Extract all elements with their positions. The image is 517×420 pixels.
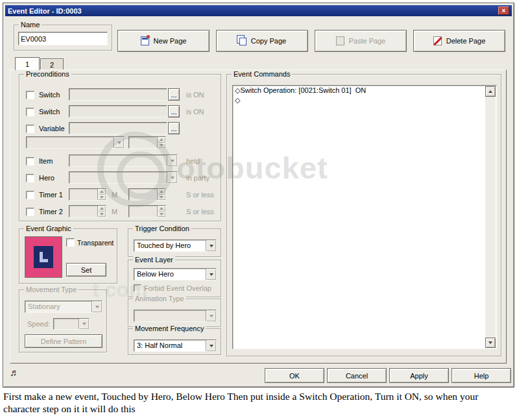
animation-type-dropdown <box>134 310 217 322</box>
transparent-label: Transparent <box>77 239 114 247</box>
timer1-seconds-up-button <box>157 189 165 195</box>
new-page-icon <box>141 36 149 45</box>
timer2-suffix: S or less <box>186 208 214 216</box>
apply-button-label: Apply <box>410 372 428 380</box>
timer2-checkbox[interactable] <box>26 208 34 216</box>
variable-browse-button[interactable]: ... <box>168 122 180 134</box>
variable-label: Variable <box>39 125 65 133</box>
name-group: Name <box>14 25 112 51</box>
hero-checkbox[interactable] <box>26 174 34 182</box>
new-page-button[interactable]: New Page <box>117 30 210 52</box>
timer1-minutes-down-button <box>97 195 106 201</box>
chevron-down-icon <box>160 144 163 147</box>
switch1-checkbox[interactable] <box>26 91 34 99</box>
trigger-condition-dropdown-button[interactable] <box>206 240 216 251</box>
timer2-minutes-down-button <box>97 212 106 217</box>
movement-frequency-group: Movement Frequency 3: Half Normal <box>128 328 221 355</box>
movement-type-value: Stationary <box>25 301 91 312</box>
hero-dropdown-button <box>167 172 177 183</box>
help-button-label: Help <box>474 372 489 380</box>
switch2-browse-button[interactable]: ... <box>168 105 180 117</box>
movement-frequency-value: 3: Half Normal <box>134 340 206 351</box>
chevron-up-icon <box>488 90 492 93</box>
name-group-label: Name <box>19 21 42 29</box>
chevron-down-icon <box>210 315 213 317</box>
speed-dropdown-button <box>78 319 89 329</box>
help-button[interactable]: Help <box>451 368 511 383</box>
music-note-icon[interactable]: ♬ <box>10 367 19 378</box>
switch1-suffix: is ON <box>186 91 204 99</box>
trigger-condition-group: Trigger Condition Touched by Hero <box>128 229 221 257</box>
delete-page-button[interactable]: Delete Page <box>413 30 505 52</box>
copy-page-button-label: Copy Page <box>251 37 286 45</box>
copy-page-button[interactable]: Copy Page <box>216 30 308 52</box>
screenshot-root: Event Editor - ID:0003 × Name New Page C… <box>0 0 517 420</box>
switch1-browse-button[interactable]: ... <box>168 88 180 101</box>
item-dropdown <box>69 154 178 167</box>
variable-amount-down-button <box>157 143 165 149</box>
event-layer-group: Event Layer Below Hero Forbid Event Over… <box>128 260 221 297</box>
chevron-up-icon <box>160 190 163 193</box>
event-commands-list[interactable]: ◇Switch Operation: [0021:Switch 01] ON ◇ <box>232 85 497 349</box>
timer1-checkbox[interactable] <box>26 191 34 199</box>
paste-page-button-label: Paste Page <box>349 37 386 45</box>
titlebar[interactable]: Event Editor - ID:0003 × <box>5 5 512 16</box>
timer2-minutes-value <box>69 206 97 217</box>
switch1-value-field <box>69 88 167 101</box>
event-graphic-group: Event Graphic Transparent Set <box>19 229 117 284</box>
chevron-up-icon <box>100 207 104 210</box>
movement-type-dropdown-button <box>91 301 102 312</box>
scroll-up-button[interactable] <box>485 86 496 97</box>
name-input[interactable] <box>18 32 108 45</box>
transparent-checkbox[interactable] <box>66 238 75 247</box>
ok-button[interactable]: OK <box>265 368 324 383</box>
speed-dropdown <box>53 318 90 330</box>
sprite-body <box>34 246 53 268</box>
paste-page-icon <box>336 36 344 45</box>
movement-frequency-group-label: Movement Frequency <box>133 325 206 333</box>
command-line[interactable]: ◇Switch Operation: [0021:Switch 01] ON <box>233 86 485 95</box>
timer2-minutes-up-button <box>97 206 106 212</box>
delete-page-icon <box>433 36 442 45</box>
chevron-up-icon <box>100 190 104 193</box>
timer1-suffix: S or less <box>186 191 214 199</box>
chevron-up-icon <box>160 138 163 141</box>
scroll-down-button[interactable] <box>485 338 496 348</box>
timer2-label: Timer 2 <box>39 208 63 216</box>
switch2-suffix: is ON <box>186 108 204 116</box>
trigger-condition-dropdown[interactable]: Touched by Hero <box>134 240 217 252</box>
forbid-event-overlap-checkbox <box>134 284 141 292</box>
command-line[interactable]: ◇ <box>233 95 485 105</box>
close-button[interactable]: × <box>498 6 509 15</box>
scrollbar[interactable] <box>485 86 496 348</box>
switch1-label: Switch <box>39 91 60 99</box>
tab-page-2[interactable]: 2 <box>40 58 64 70</box>
tab-page-1[interactable]: 1 <box>15 57 40 70</box>
ok-button-label: OK <box>289 372 300 380</box>
forbid-event-overlap-label: Forbid Event Overlap <box>144 284 211 293</box>
movement-type-group: Movement Type Stationary Speed: Define P… <box>19 290 107 352</box>
movement-frequency-dropdown-button[interactable] <box>206 340 216 351</box>
cancel-button-label: Cancel <box>346 372 368 380</box>
item-suffix: held <box>186 157 200 166</box>
event-layer-dropdown-button[interactable] <box>206 269 216 280</box>
switch1-browse-label: ... <box>171 91 176 99</box>
define-pattern-button: Define Pattern <box>25 334 102 348</box>
cancel-button[interactable]: Cancel <box>327 368 387 383</box>
variable-value-field <box>69 122 167 134</box>
event-layer-dropdown[interactable]: Below Hero <box>134 268 217 280</box>
variable-amount-spinner <box>128 136 166 149</box>
switch2-checkbox[interactable] <box>26 108 34 116</box>
timer2-seconds-spinner <box>128 205 166 217</box>
timer1-minutes-spinner <box>69 188 106 201</box>
timer2-minutes-spinner <box>69 205 106 217</box>
chevron-down-icon <box>171 177 174 179</box>
variable-checkbox[interactable] <box>26 125 34 133</box>
movement-frequency-dropdown[interactable]: 3: Half Normal <box>134 340 217 352</box>
item-checkbox[interactable] <box>26 157 34 166</box>
sprite-glyph <box>40 252 48 262</box>
apply-button[interactable]: Apply <box>389 368 449 383</box>
timer1-minutes-up-button <box>97 189 106 195</box>
event-sprite-preview[interactable] <box>25 236 62 278</box>
set-graphic-button[interactable]: Set <box>66 263 106 277</box>
